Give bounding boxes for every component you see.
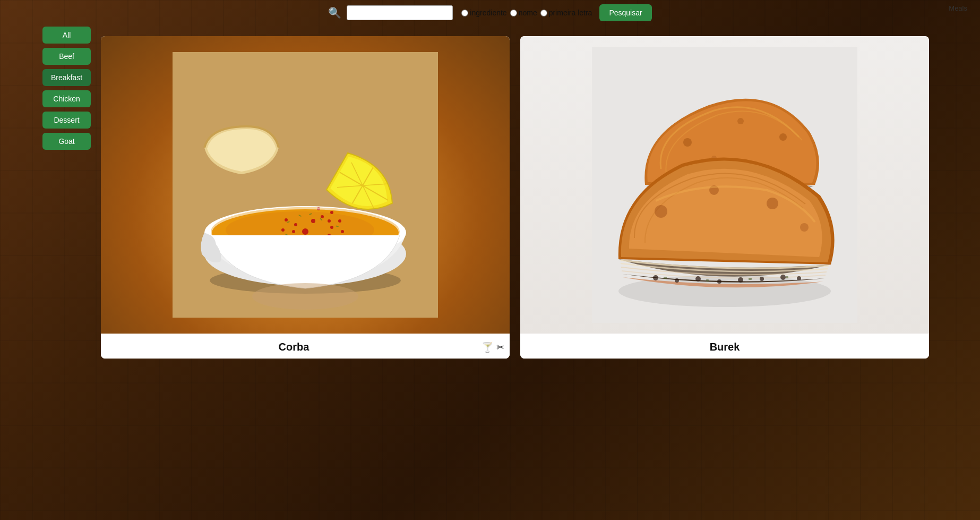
pesquisar-button[interactable]: Pesquisar [599, 4, 651, 21]
svg-point-64 [653, 275, 658, 280]
meal-image-corba [101, 36, 510, 334]
svg-point-71 [797, 276, 801, 280]
search-input[interactable] [347, 5, 453, 20]
meal-icons-corba: 🍸 ✂ [482, 342, 504, 353]
svg-point-69 [760, 277, 764, 281]
svg-point-62 [767, 198, 778, 209]
svg-point-22 [341, 230, 344, 233]
svg-point-7 [302, 228, 308, 235]
meal-card-burek[interactable]: Burek [520, 36, 929, 359]
meal-name-burek: Burek [526, 341, 924, 353]
svg-point-49 [683, 138, 692, 147]
svg-point-10 [328, 219, 331, 223]
radio-group: ingrediente nome primeira letra [461, 8, 592, 17]
soup-image [101, 36, 510, 334]
radio-ingrediente[interactable]: ingrediente [461, 8, 506, 17]
svg-point-60 [655, 205, 667, 218]
svg-point-18 [294, 223, 297, 226]
svg-point-65 [675, 278, 679, 283]
meal-card-corba[interactable]: Corba 🍸 ✂ [101, 36, 510, 359]
svg-point-11 [330, 226, 333, 229]
svg-point-70 [780, 275, 786, 280]
svg-point-50 [737, 118, 744, 124]
svg-point-63 [800, 223, 809, 232]
svg-point-9 [321, 215, 324, 218]
svg-rect-73 [706, 279, 709, 282]
svg-rect-72 [664, 277, 667, 279]
search-icon: 🔍 [328, 6, 341, 19]
meal-image-burek [520, 36, 929, 334]
svg-point-21 [338, 219, 341, 223]
category-breakfast[interactable]: Breakfast [42, 69, 91, 86]
category-dessert[interactable]: Dessert [42, 112, 91, 129]
category-all[interactable]: All [42, 27, 91, 44]
meals-grid: Corba 🍸 ✂ [90, 31, 940, 364]
svg-point-17 [292, 230, 295, 233]
svg-point-66 [695, 276, 701, 282]
meal-footer-corba: Corba 🍸 ✂ [101, 334, 510, 359]
meals-label: Meals [949, 4, 967, 12]
svg-rect-75 [786, 276, 788, 278]
category-goat[interactable]: Goat [42, 133, 91, 150]
header: 🔍 ingrediente nome primeira letra Pesqui… [0, 0, 980, 25]
cross-icon: ✂ [496, 342, 504, 353]
cocktail-icon: 🍸 [482, 342, 493, 353]
svg-rect-74 [749, 278, 752, 280]
svg-point-29 [281, 228, 285, 232]
svg-point-51 [779, 133, 787, 141]
burek-image [520, 36, 929, 334]
radio-primeira-letra[interactable]: primeira letra [540, 8, 592, 17]
category-beef[interactable]: Beef [42, 48, 91, 65]
svg-point-67 [717, 279, 721, 284]
svg-point-8 [311, 219, 315, 223]
svg-point-46 [252, 283, 358, 310]
meal-name-corba: Corba [106, 341, 482, 353]
svg-point-20 [330, 211, 333, 214]
radio-label-primeira-letra: primeira letra [549, 8, 592, 17]
svg-point-30 [285, 218, 288, 221]
radio-label-nome: nome [519, 8, 537, 17]
category-chicken[interactable]: Chicken [42, 90, 91, 107]
svg-point-68 [738, 277, 743, 283]
radio-label-ingrediente: ingrediente [470, 8, 506, 17]
meal-footer-burek: Burek [520, 334, 929, 359]
sidebar: All Beef Breakfast Chicken Dessert Goat [42, 27, 91, 150]
radio-nome[interactable]: nome [510, 8, 537, 17]
